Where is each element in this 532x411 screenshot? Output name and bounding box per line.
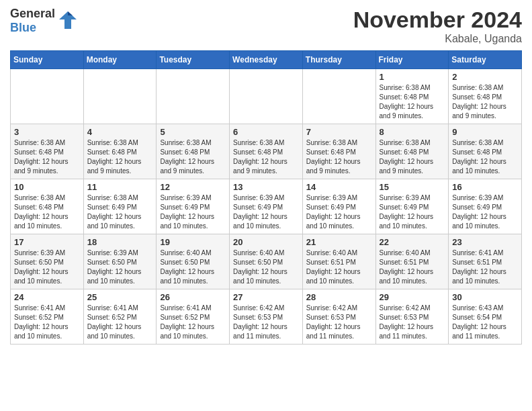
calendar-cell xyxy=(302,69,375,124)
day-number: 14 xyxy=(306,182,372,192)
day-number: 19 xyxy=(160,237,226,247)
day-number: 13 xyxy=(233,182,299,192)
day-number: 11 xyxy=(87,182,153,192)
day-info: Sunrise: 6:42 AM Sunset: 6:53 PM Dayligh… xyxy=(306,304,372,341)
day-info: Sunrise: 6:42 AM Sunset: 6:53 PM Dayligh… xyxy=(380,304,445,341)
location: Kabale, Uganda xyxy=(353,33,522,45)
day-number: 30 xyxy=(452,292,518,302)
calendar-cell: 24Sunrise: 6:41 AM Sunset: 6:52 PM Dayli… xyxy=(11,289,84,345)
calendar-cell: 28Sunrise: 6:42 AM Sunset: 6:53 PM Dayli… xyxy=(302,289,375,345)
col-header-wednesday: Wednesday xyxy=(230,51,303,69)
day-info: Sunrise: 6:39 AM Sunset: 6:49 PM Dayligh… xyxy=(452,193,518,231)
calendar-cell: 20Sunrise: 6:40 AM Sunset: 6:50 PM Dayli… xyxy=(230,234,303,289)
day-number: 18 xyxy=(87,237,153,247)
month-title: November 2024 xyxy=(353,7,522,33)
calendar-cell: 23Sunrise: 6:41 AM Sunset: 6:51 PM Dayli… xyxy=(449,234,522,289)
day-number: 21 xyxy=(306,237,372,247)
day-info: Sunrise: 6:39 AM Sunset: 6:49 PM Dayligh… xyxy=(306,193,372,231)
logo-icon xyxy=(58,10,78,33)
logo: General Blue xyxy=(10,7,78,34)
calendar-cell: 2Sunrise: 6:38 AM Sunset: 6:48 PM Daylig… xyxy=(449,69,522,124)
day-info: Sunrise: 6:40 AM Sunset: 6:50 PM Dayligh… xyxy=(233,248,299,286)
day-number: 7 xyxy=(306,127,372,137)
day-info: Sunrise: 6:38 AM Sunset: 6:48 PM Dayligh… xyxy=(14,193,80,231)
day-number: 15 xyxy=(380,182,445,192)
day-number: 24 xyxy=(14,292,80,302)
calendar-cell: 22Sunrise: 6:40 AM Sunset: 6:51 PM Dayli… xyxy=(375,234,449,289)
day-number: 17 xyxy=(14,237,80,247)
calendar-cell xyxy=(230,69,303,124)
day-info: Sunrise: 6:38 AM Sunset: 6:48 PM Dayligh… xyxy=(452,138,518,176)
day-number: 6 xyxy=(233,127,299,137)
calendar-cell xyxy=(83,69,157,124)
day-info: Sunrise: 6:39 AM Sunset: 6:49 PM Dayligh… xyxy=(233,193,299,231)
day-number: 3 xyxy=(14,127,80,137)
day-info: Sunrise: 6:42 AM Sunset: 6:53 PM Dayligh… xyxy=(233,304,299,341)
day-info: Sunrise: 6:40 AM Sunset: 6:50 PM Dayligh… xyxy=(160,248,226,286)
calendar-cell: 12Sunrise: 6:39 AM Sunset: 6:49 PM Dayli… xyxy=(157,179,230,234)
day-number: 16 xyxy=(452,182,518,192)
col-header-saturday: Saturday xyxy=(449,51,522,69)
calendar-cell: 13Sunrise: 6:39 AM Sunset: 6:49 PM Dayli… xyxy=(230,179,303,234)
day-info: Sunrise: 6:41 AM Sunset: 6:52 PM Dayligh… xyxy=(160,304,226,341)
calendar-cell: 8Sunrise: 6:38 AM Sunset: 6:48 PM Daylig… xyxy=(375,124,449,179)
day-info: Sunrise: 6:41 AM Sunset: 6:52 PM Dayligh… xyxy=(14,304,80,341)
calendar-cell: 27Sunrise: 6:42 AM Sunset: 6:53 PM Dayli… xyxy=(230,289,303,345)
day-number: 28 xyxy=(306,292,372,302)
calendar-cell: 9Sunrise: 6:38 AM Sunset: 6:48 PM Daylig… xyxy=(449,124,522,179)
day-number: 9 xyxy=(452,127,518,137)
day-number: 27 xyxy=(233,292,299,302)
day-info: Sunrise: 6:39 AM Sunset: 6:49 PM Dayligh… xyxy=(160,193,226,231)
day-info: Sunrise: 6:38 AM Sunset: 6:48 PM Dayligh… xyxy=(14,138,80,176)
day-info: Sunrise: 6:40 AM Sunset: 6:51 PM Dayligh… xyxy=(380,248,445,286)
svg-marker-1 xyxy=(68,11,73,15)
col-header-sunday: Sunday xyxy=(11,51,84,69)
calendar-cell: 26Sunrise: 6:41 AM Sunset: 6:52 PM Dayli… xyxy=(157,289,230,345)
calendar-cell: 1Sunrise: 6:38 AM Sunset: 6:48 PM Daylig… xyxy=(375,69,449,124)
calendar-cell: 18Sunrise: 6:39 AM Sunset: 6:50 PM Dayli… xyxy=(83,234,157,289)
day-number: 12 xyxy=(160,182,226,192)
day-number: 4 xyxy=(87,127,153,137)
calendar-cell xyxy=(11,69,84,124)
logo-blue: Blue xyxy=(10,21,55,35)
day-info: Sunrise: 6:38 AM Sunset: 6:48 PM Dayligh… xyxy=(380,83,445,121)
logo-general: General xyxy=(10,7,55,21)
calendar-cell: 25Sunrise: 6:41 AM Sunset: 6:52 PM Dayli… xyxy=(83,289,157,345)
calendar-cell: 10Sunrise: 6:38 AM Sunset: 6:48 PM Dayli… xyxy=(11,179,84,234)
day-info: Sunrise: 6:39 AM Sunset: 6:49 PM Dayligh… xyxy=(380,193,445,231)
calendar-cell: 19Sunrise: 6:40 AM Sunset: 6:50 PM Dayli… xyxy=(157,234,230,289)
calendar-cell: 16Sunrise: 6:39 AM Sunset: 6:49 PM Dayli… xyxy=(449,179,522,234)
day-info: Sunrise: 6:38 AM Sunset: 6:48 PM Dayligh… xyxy=(306,138,372,176)
col-header-friday: Friday xyxy=(375,51,449,69)
day-number: 22 xyxy=(380,237,445,247)
calendar-cell: 17Sunrise: 6:39 AM Sunset: 6:50 PM Dayli… xyxy=(11,234,84,289)
col-header-monday: Monday xyxy=(83,51,157,69)
day-info: Sunrise: 6:38 AM Sunset: 6:49 PM Dayligh… xyxy=(87,193,153,231)
day-number: 1 xyxy=(380,72,445,82)
day-number: 5 xyxy=(160,127,226,137)
day-number: 10 xyxy=(14,182,80,192)
day-info: Sunrise: 6:41 AM Sunset: 6:51 PM Dayligh… xyxy=(452,248,518,286)
calendar-cell: 21Sunrise: 6:40 AM Sunset: 6:51 PM Dayli… xyxy=(302,234,375,289)
day-info: Sunrise: 6:40 AM Sunset: 6:51 PM Dayligh… xyxy=(306,248,372,286)
day-info: Sunrise: 6:38 AM Sunset: 6:48 PM Dayligh… xyxy=(452,83,518,121)
calendar-cell: 7Sunrise: 6:38 AM Sunset: 6:48 PM Daylig… xyxy=(302,124,375,179)
day-number: 25 xyxy=(87,292,153,302)
page-header: General Blue November 2024 Kabale, Ugand… xyxy=(10,7,522,45)
day-number: 2 xyxy=(452,72,518,82)
calendar-cell: 14Sunrise: 6:39 AM Sunset: 6:49 PM Dayli… xyxy=(302,179,375,234)
col-header-thursday: Thursday xyxy=(302,51,375,69)
day-info: Sunrise: 6:39 AM Sunset: 6:50 PM Dayligh… xyxy=(14,248,80,286)
day-info: Sunrise: 6:38 AM Sunset: 6:48 PM Dayligh… xyxy=(233,138,299,176)
day-number: 20 xyxy=(233,237,299,247)
calendar-cell: 6Sunrise: 6:38 AM Sunset: 6:48 PM Daylig… xyxy=(230,124,303,179)
day-number: 23 xyxy=(452,237,518,247)
day-info: Sunrise: 6:38 AM Sunset: 6:48 PM Dayligh… xyxy=(160,138,226,176)
calendar-cell: 11Sunrise: 6:38 AM Sunset: 6:49 PM Dayli… xyxy=(83,179,157,234)
calendar-cell: 4Sunrise: 6:38 AM Sunset: 6:48 PM Daylig… xyxy=(83,124,157,179)
title-section: November 2024 Kabale, Uganda xyxy=(353,7,522,45)
calendar-cell: 30Sunrise: 6:43 AM Sunset: 6:54 PM Dayli… xyxy=(449,289,522,345)
day-info: Sunrise: 6:38 AM Sunset: 6:48 PM Dayligh… xyxy=(87,138,153,176)
day-info: Sunrise: 6:38 AM Sunset: 6:48 PM Dayligh… xyxy=(380,138,445,176)
day-number: 26 xyxy=(160,292,226,302)
